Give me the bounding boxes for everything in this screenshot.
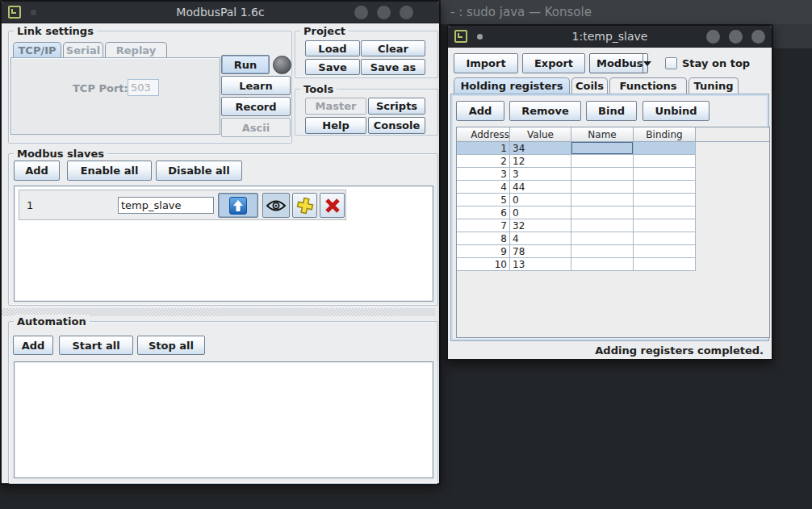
start-all-button[interactable]: Start all bbox=[59, 336, 133, 355]
load-button[interactable]: Load bbox=[305, 40, 360, 56]
delete-slave-button[interactable] bbox=[320, 193, 345, 218]
table-row[interactable]: 212 bbox=[457, 155, 696, 168]
cell-binding[interactable] bbox=[634, 219, 696, 232]
cell-address[interactable]: 4 bbox=[457, 181, 510, 194]
cell-value[interactable]: 12 bbox=[510, 155, 571, 168]
cell-binding[interactable] bbox=[634, 258, 696, 271]
header-value[interactable]: Value bbox=[510, 127, 571, 142]
minimize-button[interactable] bbox=[354, 6, 368, 19]
bind-button[interactable]: Bind bbox=[586, 101, 637, 121]
temp-slave-titlebar[interactable]: 1:temp_slave bbox=[448, 26, 772, 48]
save-as-button[interactable]: Save as bbox=[361, 59, 425, 75]
header-name[interactable]: Name bbox=[571, 127, 634, 142]
cell-address[interactable]: 1 bbox=[457, 142, 510, 155]
cell-name[interactable] bbox=[571, 258, 634, 271]
view-slave-button[interactable] bbox=[262, 193, 290, 218]
cell-address[interactable]: 9 bbox=[457, 245, 510, 258]
modbuspal-titlebar[interactable]: ModbusPal 1.6c bbox=[2, 2, 439, 23]
cell-name[interactable] bbox=[571, 245, 634, 258]
maximize-button[interactable] bbox=[377, 6, 391, 19]
cell-binding[interactable] bbox=[634, 207, 696, 219]
cell-binding[interactable] bbox=[634, 232, 696, 245]
export-button[interactable]: Export bbox=[522, 53, 585, 73]
table-row[interactable]: 84 bbox=[457, 232, 696, 245]
cell-binding[interactable] bbox=[634, 194, 696, 207]
cell-address[interactable]: 5 bbox=[457, 194, 510, 207]
remove-register-button[interactable]: Remove bbox=[509, 101, 581, 121]
table-row[interactable]: 33 bbox=[457, 168, 696, 181]
cell-name[interactable] bbox=[571, 181, 634, 194]
header-binding[interactable]: Binding bbox=[634, 127, 696, 142]
enable-all-button[interactable]: Enable all bbox=[67, 161, 152, 181]
maximize-button[interactable] bbox=[729, 30, 743, 44]
tab-functions[interactable]: Functions bbox=[609, 77, 687, 94]
slave-name-field[interactable] bbox=[118, 197, 214, 214]
add-slave-button[interactable]: Add bbox=[14, 161, 60, 181]
konsole-titlebar[interactable]: - : sudo java — Konsole bbox=[441, 0, 812, 24]
minimize-button[interactable] bbox=[706, 30, 720, 44]
cell-binding[interactable] bbox=[634, 181, 696, 194]
tab-holding-registers[interactable]: Holding registers bbox=[454, 77, 570, 94]
enable-slave-toggle[interactable] bbox=[218, 193, 258, 218]
import-button[interactable]: Import bbox=[454, 53, 518, 73]
cell-name[interactable] bbox=[571, 219, 634, 232]
cell-address[interactable]: 10 bbox=[457, 258, 510, 271]
cell-binding[interactable] bbox=[634, 168, 696, 181]
cell-binding[interactable] bbox=[634, 245, 696, 258]
disable-all-button[interactable]: Disable all bbox=[156, 161, 242, 181]
tab-tuning[interactable]: Tuning bbox=[689, 77, 739, 94]
cell-value[interactable]: 4 bbox=[510, 232, 571, 245]
cell-value[interactable]: 32 bbox=[510, 219, 571, 232]
cell-name[interactable] bbox=[571, 155, 634, 168]
cell-value[interactable]: 13 bbox=[510, 258, 571, 271]
cell-name[interactable] bbox=[571, 142, 634, 155]
cell-name[interactable] bbox=[571, 232, 634, 245]
cell-address[interactable]: 8 bbox=[457, 232, 510, 245]
stay-on-top-label[interactable]: Stay on top bbox=[682, 57, 750, 69]
table-row[interactable]: 732 bbox=[457, 219, 696, 232]
header-address[interactable]: Address bbox=[457, 127, 510, 142]
modbus-combo[interactable]: Modbus bbox=[589, 53, 648, 73]
cell-address[interactable]: 7 bbox=[457, 219, 510, 232]
table-row[interactable]: 444 bbox=[457, 181, 696, 194]
unbind-button[interactable]: Unbind bbox=[642, 101, 709, 121]
clear-button[interactable]: Clear bbox=[361, 40, 425, 56]
table-row[interactable]: 60 bbox=[457, 207, 696, 219]
cell-value[interactable]: 0 bbox=[510, 194, 571, 207]
cell-value[interactable]: 3 bbox=[510, 168, 571, 181]
cell-address[interactable]: 2 bbox=[457, 155, 510, 168]
cell-binding[interactable] bbox=[634, 155, 696, 168]
cell-address[interactable]: 3 bbox=[457, 168, 510, 181]
help-button[interactable]: Help bbox=[305, 117, 366, 134]
cell-value[interactable]: 0 bbox=[510, 207, 571, 219]
tab-coils[interactable]: Coils bbox=[571, 77, 608, 94]
add-automation-button[interactable]: Add bbox=[13, 336, 53, 355]
table-row[interactable]: 50 bbox=[457, 194, 696, 207]
project-title: Project bbox=[300, 24, 349, 38]
tab-tcpip[interactable]: TCP/IP bbox=[13, 42, 61, 57]
cell-value[interactable]: 78 bbox=[510, 245, 571, 258]
close-button[interactable] bbox=[400, 6, 413, 19]
plus-button[interactable] bbox=[292, 193, 317, 218]
chevron-down-icon[interactable] bbox=[642, 54, 651, 73]
cell-address[interactable]: 6 bbox=[457, 207, 510, 219]
cell-value[interactable]: 34 bbox=[510, 142, 571, 155]
record-button[interactable]: Record bbox=[221, 97, 291, 116]
cell-name[interactable] bbox=[571, 168, 634, 181]
table-row[interactable]: 1013 bbox=[457, 258, 696, 271]
cell-binding[interactable] bbox=[634, 142, 696, 155]
add-register-button[interactable]: Add bbox=[456, 101, 504, 121]
learn-button[interactable]: Learn bbox=[221, 76, 291, 95]
console-button[interactable]: Console bbox=[368, 117, 425, 134]
table-row[interactable]: 978 bbox=[457, 245, 696, 258]
cell-name[interactable] bbox=[571, 194, 634, 207]
cell-value[interactable]: 44 bbox=[510, 181, 571, 194]
cell-name[interactable] bbox=[571, 207, 634, 219]
table-row[interactable]: 134 bbox=[457, 142, 696, 155]
save-button[interactable]: Save bbox=[305, 59, 360, 75]
close-button[interactable] bbox=[751, 30, 765, 44]
stay-on-top-checkbox[interactable] bbox=[665, 57, 677, 69]
scripts-button[interactable]: Scripts bbox=[368, 98, 425, 115]
run-button[interactable]: Run bbox=[221, 55, 270, 74]
stop-all-button[interactable]: Stop all bbox=[137, 336, 205, 355]
